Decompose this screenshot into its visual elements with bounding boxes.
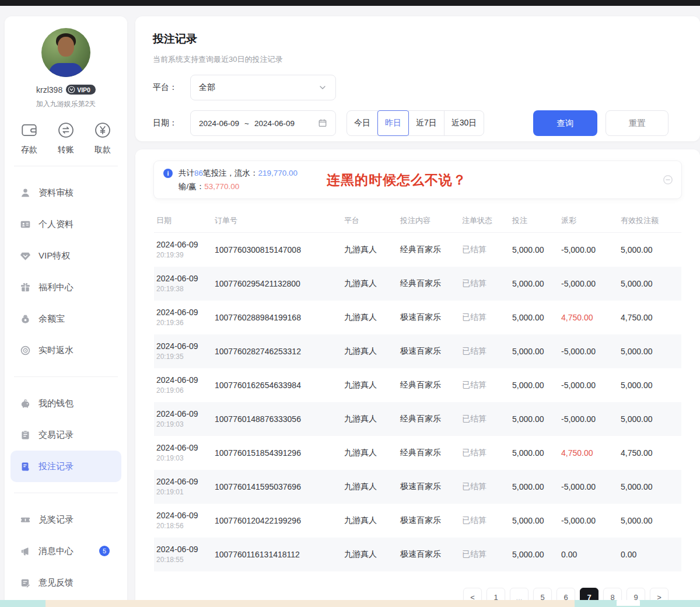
cell-valid-bet: 5,000.00 — [621, 381, 681, 390]
cell-bet-content: 极速百家乐 — [400, 549, 462, 560]
cell-valid-bet: 5,000.00 — [621, 279, 681, 288]
cell-valid-bet: 4,750.00 — [621, 313, 681, 322]
cell-payout: -5,000.00 — [561, 245, 621, 254]
cell-time: 20:19:38 — [156, 285, 184, 293]
range-7d[interactable]: 近7日 — [408, 110, 444, 136]
wallet-icon — [20, 398, 31, 409]
cell-platform: 九游真人 — [344, 515, 400, 526]
sidebar-item-profile-audit[interactable]: 资料审核 — [10, 177, 121, 208]
sidebar-item-label: 实时返水 — [38, 345, 74, 356]
cell-time: 20:19:01 — [156, 488, 184, 496]
cell-status: 已结算 — [462, 414, 512, 424]
cell-order-number: 1007760300815147008 — [215, 245, 344, 254]
vip-badge: VIP0 — [66, 85, 96, 95]
avatar[interactable] — [41, 28, 90, 77]
cell-payout: -5,000.00 — [561, 347, 621, 356]
range-today[interactable]: 今日 — [346, 110, 378, 136]
cell-date: 2024-06-0920:19:03 — [156, 443, 215, 463]
cell-platform: 九游真人 — [344, 312, 400, 323]
transfer-button[interactable]: 转账 — [57, 121, 75, 155]
records-card: i 共计86笔投注，流水：219,770.00 输/赢：53,770.00 连黑… — [135, 149, 700, 607]
divider — [14, 493, 118, 493]
divider — [14, 376, 118, 377]
sidebar-item-feedback[interactable]: 意见反馈 — [10, 567, 121, 598]
sidebar-item-yuebao[interactable]: 余额宝 — [10, 303, 121, 334]
vip-emblem-icon — [68, 86, 75, 93]
message-center-icon — [20, 546, 31, 557]
cell-status: 已结算 — [462, 278, 512, 289]
cell-bet-content: 极速百家乐 — [400, 515, 462, 526]
sidebar-item-label: 资料审核 — [38, 187, 74, 198]
deposit-button[interactable]: 存款 — [20, 121, 38, 155]
cell-time: 20:19:06 — [156, 386, 184, 395]
cell-bet-amount: 5,000.00 — [512, 279, 561, 288]
date-label: 日期： — [153, 118, 190, 128]
nav-group-account: 资料审核 个人资料 VIP特权 福利中心 余额宝 — [5, 177, 127, 366]
betting-records-page: krzl398 VIP0 加入九游娱乐第2天 存款 转账 取款 资料审核 — [0, 0, 700, 607]
date-to-value: 2024-06-09 — [254, 119, 295, 128]
cell-bet-amount: 5,000.00 — [512, 381, 561, 390]
nav-group-wallet: 我的钱包 交易记录 投注记录 — [5, 388, 127, 482]
cell-order-number: 1007760141595037696 — [215, 482, 344, 491]
deposit-icon — [20, 121, 38, 139]
transfer-icon — [57, 121, 75, 139]
platform-select[interactable]: 全部 — [190, 75, 336, 100]
cell-order-number: 1007760116131418112 — [215, 550, 344, 559]
sidebar-item-bet-records[interactable]: 投注记录 — [10, 451, 121, 482]
cell-bet-amount: 5,000.00 — [512, 482, 561, 491]
cell-valid-bet: 0.00 — [621, 550, 681, 559]
sidebar-item-redeem[interactable]: 兑奖记录 — [10, 504, 121, 535]
date-from-value: 2024-06-09 — [199, 119, 239, 128]
cell-bet-content: 极速百家乐 — [400, 482, 462, 492]
cell-order-number: 1007760162654633984 — [215, 381, 344, 390]
sidebar-item-wallet[interactable]: 我的钱包 — [10, 388, 121, 419]
table-row: 2024-06-0920:19:35 1007760282746253312 九… — [154, 334, 681, 368]
unread-count-badge: 5 — [99, 546, 110, 556]
sidebar-item-messages[interactable]: 消息中心 5 — [10, 535, 121, 567]
date-range-input[interactable]: 2024-06-09 ~ 2024-06-09 — [190, 110, 336, 136]
quick-action-label: 转账 — [58, 145, 74, 155]
sidebar-item-transactions[interactable]: 交易记录 — [10, 419, 121, 451]
sidebar-item-rebate[interactable]: 实时返水 — [10, 334, 121, 366]
cell-platform: 九游真人 — [344, 245, 400, 255]
cell-payout: -5,000.00 — [561, 482, 621, 491]
cell-platform: 九游真人 — [344, 549, 400, 560]
cell-bet-content: 极速百家乐 — [400, 312, 462, 323]
quick-actions: 存款 转账 取款 — [5, 121, 127, 155]
bottom-strip-box — [617, 600, 640, 606]
nav-group-misc: 兑奖记录 消息中心 5 意见反馈 ? 帮助中心 — [5, 504, 127, 607]
cell-platform: 九游真人 — [344, 482, 400, 492]
turnover-value: 219,770.00 — [258, 169, 298, 177]
column-header: 投注 — [512, 215, 561, 226]
chevron-down-icon — [318, 83, 327, 92]
table-row: 2024-06-0920:19:38 1007760295421132800 九… — [154, 267, 681, 301]
column-header: 有效投注额 — [621, 215, 681, 226]
table-row: 2024-06-0920:19:39 1007760300815147008 九… — [154, 233, 681, 267]
reset-button[interactable]: 重置 — [606, 110, 668, 136]
cell-valid-bet: 4,750.00 — [621, 448, 681, 458]
cell-bet-content: 经典百家乐 — [400, 245, 462, 255]
cell-date: 2024-06-0920:19:36 — [156, 308, 215, 328]
withdraw-button[interactable]: 取款 — [93, 121, 112, 155]
rebate-icon — [20, 345, 31, 356]
filter-card: 投注记录 当前系统支持查询最近30日的投注记录 平台： 全部 日期： 2024-… — [135, 16, 700, 141]
collapse-icon[interactable] — [663, 175, 673, 185]
sidebar-item-welfare[interactable]: 福利中心 — [10, 271, 121, 303]
sidebar-item-label: VIP特权 — [38, 250, 70, 261]
sidebar-item-personal-info[interactable]: 个人资料 — [10, 208, 121, 240]
table-row: 2024-06-0920:18:56 1007760120422199296 九… — [154, 504, 681, 538]
sidebar-item-label: 余额宝 — [38, 313, 65, 325]
range-yesterday[interactable]: 昨日 — [377, 110, 409, 136]
cell-time: 20:19:35 — [156, 353, 184, 361]
sidebar-item-vip[interactable]: VIP特权 — [10, 240, 121, 271]
cell-bet-amount: 5,000.00 — [512, 414, 561, 424]
cell-date: 2024-06-0920:19:06 — [156, 375, 215, 396]
cell-status: 已结算 — [462, 482, 512, 492]
range-30d[interactable]: 近30日 — [444, 110, 485, 136]
query-button[interactable]: 查询 — [533, 110, 597, 136]
transaction-records-icon — [20, 430, 31, 441]
cell-time: 20:19:03 — [156, 420, 184, 428]
cell-order-number: 1007760295421132800 — [215, 279, 344, 288]
cell-bet-content: 经典百家乐 — [400, 414, 462, 424]
cell-bet-amount: 5,000.00 — [512, 347, 561, 356]
